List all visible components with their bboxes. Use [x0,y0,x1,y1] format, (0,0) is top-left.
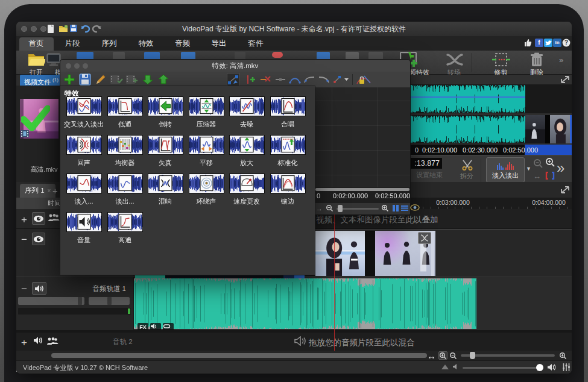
playhead[interactable] [334,214,335,351]
template-button[interactable] [46,53,61,66]
crossfade-dropdown[interactable]: ▼ [526,166,531,172]
tab-effects[interactable]: 特效 [129,36,163,51]
move-up-button[interactable] [157,73,170,86]
pan-slider[interactable] [89,297,130,305]
add-effect-button[interactable] [63,73,76,86]
delete-button[interactable] [530,52,544,67]
edit-effect-button[interactable] [94,73,107,86]
visualize-eye-icon[interactable] [410,204,420,211]
split-scissors-icon[interactable] [461,158,474,171]
transition-badge[interactable] [418,232,431,244]
effect-item[interactable]: 标准化 [267,135,308,168]
add-track-icon[interactable]: + [21,337,27,349]
group-icon[interactable] [46,337,58,345]
zoom-out-icon[interactable] [533,158,543,169]
trim-button[interactable] [492,52,511,68]
media-clip-card[interactable]: 高清.mkv [20,99,58,139]
zoom-slider-thumb[interactable] [338,205,343,212]
dialog-ruler-scrollbar[interactable] [315,188,409,191]
effect-item[interactable]: 环绕声 [186,174,227,206]
tab-home[interactable]: 首页 [19,36,53,51]
effect-item[interactable]: 去噪 [226,96,267,129]
effect-item[interactable]: 混响 [145,174,186,206]
horizontal-scrollbar[interactable] [51,353,427,358]
speaker-icon[interactable] [33,336,43,345]
remove-track-icon[interactable]: − [21,234,27,246]
speaker-icon[interactable] [32,282,46,295]
tab-export[interactable]: 导出 [202,36,236,51]
transition-button[interactable] [446,53,464,66]
segment-curve-button[interactable] [288,73,302,86]
fit-width-icon[interactable]: ↔ [533,172,541,181]
volume-thumb[interactable] [536,364,543,371]
tab-audio[interactable]: 音频 [166,36,200,51]
add-film-button[interactable] [125,73,139,86]
set-end-button[interactable]: 设置结束 [413,171,446,180]
crossfade-button[interactable]: 淡入淡出 [486,157,525,183]
volume-slider[interactable] [18,297,84,305]
keyframe-lock-button[interactable] [356,73,371,86]
keyframe-delete-button[interactable] [259,73,272,86]
zoom-in-icon[interactable] [545,157,555,168]
effect-item[interactable]: 平移 [186,135,227,168]
sequence-tab[interactable]: 序列 1× [20,184,55,198]
eye-toggle-icon[interactable] [32,212,45,225]
linkedin-icon[interactable]: in [553,39,561,47]
effect-item[interactable]: 倒转 [145,96,186,129]
apply-film-button[interactable] [110,73,123,86]
dialog-title-bar[interactable]: 特效: 高清.mkv [60,60,410,72]
effect-item[interactable]: 淡出... [104,174,145,206]
audio-clip[interactable]: FX [134,278,476,329]
split-button[interactable]: 拆分 [450,172,484,181]
effect-item[interactable]: 高通 [104,212,145,245]
effect-item[interactable]: 低通 [104,96,145,129]
volume-slider[interactable] [463,367,541,369]
more-controls-chevron[interactable]: » [557,160,563,177]
segment-ease-in-button[interactable] [303,73,316,86]
eye-toggle-icon[interactable] [32,233,45,245]
mixer-icon[interactable] [562,363,571,372]
segment-ease-out-button[interactable] [317,73,330,86]
mute-speaker-icon[interactable] [452,363,460,370]
effect-item[interactable]: 放大 [226,135,267,168]
effect-item[interactable]: 淡入... [63,174,104,206]
effect-item[interactable]: 音量 [63,212,104,245]
segment-linear-button[interactable] [274,73,287,86]
effect-item[interactable]: 回声 [63,135,104,168]
twitter-icon[interactable] [544,39,552,47]
keyframe-menu-button[interactable] [332,73,350,86]
zoom-in-icon[interactable] [438,351,447,360]
close-sequence-icon[interactable]: × [48,187,51,194]
fit-timeline-icon[interactable]: ↔ [427,351,436,361]
zoom-in-icon[interactable] [558,351,567,360]
audio-track-2[interactable]: + 音轨 2 拖放您的音频片段至此以混合 [16,333,572,351]
speaker-icon[interactable] [547,363,557,371]
like-icon[interactable] [523,39,532,47]
open-button[interactable] [27,52,45,67]
add-sequence-button[interactable]: + [52,186,58,196]
zoom-out-icon[interactable] [449,351,458,360]
dialog-zoom-slider[interactable] [337,208,379,210]
move-down-button[interactable] [141,73,154,86]
facebook-icon[interactable]: f [535,39,543,47]
add-track-icon[interactable]: + [21,214,27,226]
ribbon-overflow-chevron[interactable]: » [559,55,563,64]
keyframe-add-button[interactable] [244,73,257,86]
expand-timeline-icon[interactable] [561,186,569,193]
media-tab-video-files[interactable]: 视频文件 (1) [20,75,63,86]
tab-suite[interactable]: 套件 [239,36,273,51]
keyframe-move-button[interactable] [227,73,240,86]
pan-arrow-icon[interactable]: → [316,205,323,212]
effect-item[interactable]: 压缩器 [186,96,227,129]
audio-track-1[interactable]: − 音频轨道 1 FX [16,277,572,330]
effect-item[interactable]: 合唱 [267,96,308,129]
zoom-slider-thumb[interactable] [470,352,475,359]
zoom-in-icon[interactable] [381,204,389,212]
zoom-out-icon[interactable] [326,204,334,212]
effect-item[interactable]: 失真 [145,135,186,168]
expand-panel-icon[interactable] [561,76,569,83]
effect-item[interactable]: 镶边 [267,174,308,206]
loop-region-icon[interactable] [545,172,555,180]
effect-item[interactable]: 均衡器 [104,135,145,168]
effect-item[interactable]: 交叉淡入淡出 [63,96,104,129]
